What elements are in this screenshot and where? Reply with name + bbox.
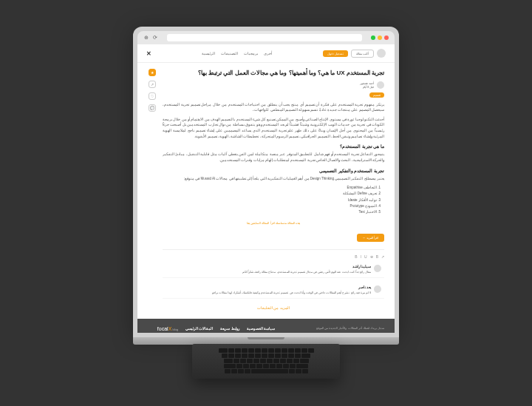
heading-what: ما هي تجربة المستخدم؟ (163, 143, 384, 149)
logo[interactable]: ✕ (146, 50, 151, 57)
footer-links-title: روابط سريعة (220, 326, 239, 331)
keyboard (192, 344, 340, 379)
comment-icon[interactable]: 💬 (149, 104, 156, 112)
comment-text: مقال رائع جداً كنت ابحث عنه اليوم لأنني … (166, 270, 371, 274)
login-button[interactable]: تسجيل دخول (323, 50, 348, 57)
more-comments[interactable]: المزيد من التعليقات (163, 303, 384, 313)
list-item: النموذج Prototype (163, 203, 377, 209)
url-bar[interactable] (167, 34, 362, 41)
close-dot[interactable] (384, 35, 389, 40)
comment-author: سيلينا راشد (166, 265, 371, 268)
max-dot[interactable] (371, 35, 375, 40)
comment-author: يعد ناصر (166, 285, 371, 289)
para-3: يتمحور التفاعل تجربة المستخدم أو فهم شام… (163, 152, 384, 163)
newsletter-title: سجل بريدك لتصلك آخر المقالات والأخبار ال… (282, 326, 384, 330)
nav-prog[interactable]: برمجيات (244, 51, 258, 55)
comment-text: لا لم مرة فيه رائع نشرح أهم المقالات، جا… (166, 291, 371, 295)
heading-design: تجربة المستخدم والتفكير التصميمي (163, 168, 384, 173)
category-tag[interactable]: تصميم (369, 92, 384, 98)
footer-main-title: المقالات الرئيسي (185, 326, 213, 331)
comment-avatar (374, 265, 381, 272)
bookmark-icon[interactable]: ★ (149, 69, 156, 76)
avatar[interactable] (377, 49, 386, 58)
comment-avatar (374, 285, 381, 293)
nav-home[interactable]: الرئيسية (202, 51, 215, 55)
para-2: أحدثت التكنولوجيا ثورة في مستوى الإنتاج … (163, 117, 384, 140)
comment-toolbar[interactable]: ↗B⊕UIB (163, 254, 384, 259)
refresh-icon[interactable]: ⟳ (152, 35, 158, 41)
list-item: توليد الأفكار Ideate (163, 197, 377, 203)
related-link: هذه المقالة متسلسلة اقرأ المقالة السابقي… (163, 221, 384, 225)
footer-logo: focalX blog (148, 326, 178, 331)
para-1: يرتكز مفهوم تجربة المستخدم على فكرة أن ت… (163, 102, 384, 113)
list-item: تعريف Define المشكلة (163, 191, 377, 197)
read-more-button[interactable]: اقرأ المزيد ← (357, 234, 384, 242)
nav-cats[interactable]: التصنيفات (221, 51, 238, 55)
article-title: تجربة المستخدم UX ما هي؟ وما أهميتها؟ وم… (163, 69, 384, 77)
menu-icon[interactable]: ⊕ (143, 35, 149, 41)
list-item: التعاطف Empathise (163, 185, 377, 191)
list-item: الاختبار Test (163, 209, 377, 215)
share-icon[interactable]: ↗ (149, 81, 156, 88)
author-avatar (377, 81, 384, 89)
like-icon[interactable]: ♡ (149, 92, 156, 100)
author-date: قبل 3 أيام (360, 85, 374, 89)
footer-privacy[interactable]: سياسة الخصوصية (247, 326, 275, 331)
nav-other[interactable]: أخرى (264, 51, 272, 55)
para-intro: يعتبر مصطلح التفكير التصميمي Design Thin… (163, 176, 384, 182)
write-button[interactable]: أكتب مقالة (351, 50, 374, 58)
min-dot[interactable] (378, 35, 382, 40)
